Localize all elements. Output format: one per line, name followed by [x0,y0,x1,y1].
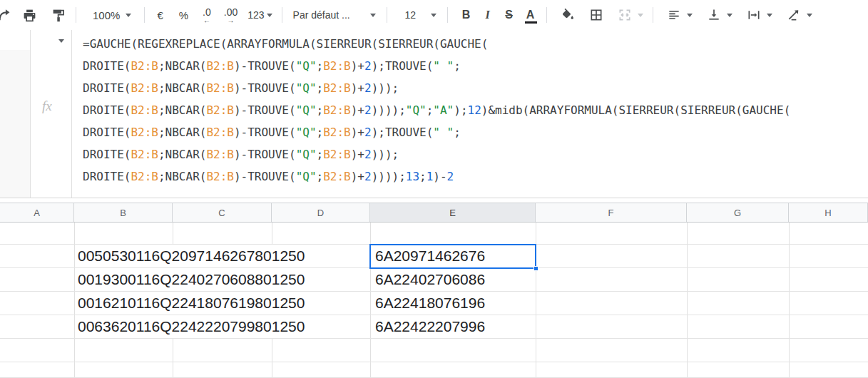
borders-button[interactable] [585,4,608,26]
increase-decimals-button[interactable]: .00 → [220,4,242,26]
zoom-value: 100% [93,9,120,21]
column-header-h[interactable]: H [789,203,868,222]
fx-column: fx [31,30,72,198]
toolbar-divider [653,7,653,23]
toolbar-divider [546,7,547,23]
font-size-value: 12 [405,9,417,21]
print-button[interactable] [18,4,41,26]
formula-line: DROITE(B2:B;NBCAR(B2:B)-TROUVE("Q";B2:B)… [83,55,868,77]
cell-column-e[interactable]: 6A22422207996 [372,315,485,338]
cell-column-e[interactable]: 6A22402706086 [372,268,485,291]
formula-line: DROITE(B2:B;NBCAR(B2:B)-TROUVE("Q";B2:B)… [83,143,868,165]
merge-cells-button[interactable] [613,4,648,26]
formula-bar: fx =GAUCHE(REGEXREPLACE(ARRAYFORMULA(SIE… [0,30,868,198]
cell-column-b[interactable]: 0063620116Q2242220799801250 [75,315,305,338]
column-header-d[interactable]: D [272,203,370,222]
chevron-down-icon [767,14,772,17]
fill-color-button[interactable] [556,4,579,26]
chevron-down-icon [638,14,643,17]
redo-button[interactable] [0,4,14,26]
text-rotation-button[interactable] [782,4,817,26]
chevron-down-icon [431,14,436,17]
bold-icon: B [462,9,471,21]
column-header-b[interactable]: B [74,203,173,222]
horizontal-align-button[interactable] [663,4,697,26]
redo-icon [0,7,13,23]
chevron-down-icon [727,14,732,17]
chevron-down-icon [370,14,376,17]
number-format-icon: 123 [247,9,264,21]
paint-format-icon [51,8,66,23]
more-formats-button[interactable]: 123 [243,4,276,26]
column-header-f[interactable]: F [536,203,687,222]
paint-format-button[interactable] [47,4,71,26]
formula-line: DROITE(B2:B;NBCAR(B2:B)-TROUVE("Q";B2:B)… [83,99,868,121]
text-color-button[interactable]: A [520,4,541,26]
text-color-swatch [525,21,537,24]
decrease-decimals-icon: .0 [203,9,211,16]
toolbar-divider [387,7,387,23]
arrow-right-icon: → [227,16,234,24]
sheet-rows[interactable]: 0050530116Q20971462678012506A20971462676… [0,223,868,378]
column-header-a[interactable]: A [0,203,74,222]
sheet-row[interactable] [0,223,868,245]
font-select[interactable]: Par défaut ... [289,4,380,26]
sheet-row[interactable] [0,362,868,378]
column-header-g[interactable]: G [687,203,789,222]
chevron-down-icon [126,14,131,17]
strikethrough-icon: S [505,9,513,21]
fx-icon: fx [42,98,52,114]
chevron-down-icon [267,14,272,17]
formula-line: DROITE(B2:B;NBCAR(B2:B)-TROUVE("Q";B2:B)… [83,165,868,188]
column-header-e[interactable]: E [370,203,536,222]
chevron-down-icon [687,14,693,17]
toolbar-divider [144,7,145,23]
text-wrap-button[interactable] [742,4,777,26]
borders-icon [589,8,603,22]
decrease-decimals-button[interactable]: .0 ← [198,4,215,26]
bold-button[interactable]: B [456,4,477,26]
print-icon [22,8,37,23]
text-wrap-icon [747,8,761,22]
zoom-select[interactable]: 100% [88,4,136,26]
sheet-row[interactable] [0,339,868,362]
formula-line: DROITE(B2:B;NBCAR(B2:B)-TROUVE("Q";B2:B)… [83,77,868,99]
format-percent-button[interactable]: % [175,4,193,26]
sheet-row[interactable]: 0019300116Q22402706088012506A22402706086 [0,268,868,292]
percent-icon: % [179,9,188,21]
name-box-top [0,30,30,50]
font-name-value: Par défaut ... [293,9,350,21]
cell-column-b[interactable]: 0050530116Q2097146267801250 [75,245,305,267]
increase-decimals-icon: .00 [224,9,238,16]
toolbar-divider [76,7,76,23]
toolbar-divider [282,7,282,23]
fill-handle[interactable] [533,266,538,271]
cell-column-e[interactable]: 6A22418076196 [372,292,485,315]
merge-cells-icon [618,8,632,22]
fill-color-icon [561,8,575,22]
align-bottom-icon [707,8,721,22]
name-box[interactable] [0,30,31,198]
formula-input[interactable]: =GAUCHE(REGEXREPLACE(ARRAYFORMULA(SIERRE… [72,30,868,198]
spreadsheet-grid: ABCDEFGH 0050530116Q20971462678012506A20… [0,203,868,378]
arrow-left-icon: ← [203,16,210,24]
cell-column-b[interactable]: 0016210116Q2241807619801250 [75,292,305,315]
text-rotation-icon [787,8,801,22]
name-box-dropdown-icon[interactable] [58,39,64,43]
formula-line: DROITE(B2:B;NBCAR(B2:B)-TROUVE("Q";B2:B)… [83,121,868,143]
sheet-row[interactable]: 0016210116Q22418076198012506A22418076196 [0,292,868,315]
toolbar-divider [447,7,448,23]
strikethrough-button[interactable]: S [499,4,520,26]
column-header-c[interactable]: C [173,203,272,222]
vertical-align-button[interactable] [703,4,737,26]
sheet-row[interactable]: 0063620116Q22422207998012506A22422207996 [0,315,868,339]
column-header-row: ABCDEFGH [0,203,868,223]
cell-column-b[interactable]: 0019300116Q2240270608801250 [75,268,305,291]
italic-icon: I [485,9,489,21]
font-size-select[interactable]: 12 [394,4,441,26]
align-left-icon [667,8,681,22]
format-currency-button[interactable]: € [153,4,167,26]
currency-icon: € [157,9,163,21]
italic-button[interactable]: I [477,4,499,26]
formula-line: =GAUCHE(REGEXREPLACE(ARRAYFORMULA(SIERRE… [83,33,868,55]
